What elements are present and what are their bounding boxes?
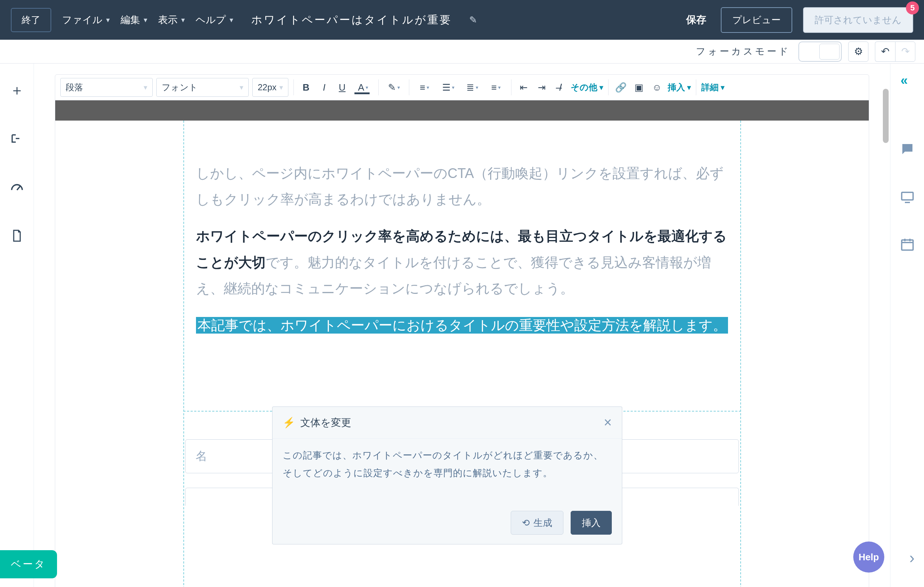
link-button[interactable]: 🔗 bbox=[614, 79, 628, 96]
ai-generate-button[interactable]: ⟲生成 bbox=[511, 511, 563, 535]
image-icon: ▣ bbox=[635, 82, 644, 93]
ai-insert-button[interactable]: 挿入 bbox=[571, 511, 612, 535]
insert-menu[interactable]: 挿入▾ bbox=[668, 82, 691, 93]
chevron-down-icon: ▾ bbox=[476, 84, 478, 90]
chevron-down-icon: ▾ bbox=[398, 84, 400, 90]
menu-help[interactable]: ヘルプ▾ bbox=[196, 13, 233, 26]
chevron-down-icon: ▾ bbox=[687, 83, 691, 92]
text-color-button[interactable]: A▾ bbox=[353, 79, 373, 96]
save-button[interactable]: 保存 bbox=[686, 13, 706, 27]
paragraph-1: しかし、ページ内にホワイトペーパーのCTA（行動喚起）リンクを設置すれば、必ずし… bbox=[196, 160, 728, 212]
align-icon: ≡ bbox=[420, 82, 425, 93]
undo-button[interactable]: ↶ bbox=[875, 41, 895, 62]
chevron-down-icon: ▾ bbox=[229, 15, 233, 24]
chevron-down-icon: ▾ bbox=[452, 84, 454, 90]
paragraph-2: ホワイトペーパーのクリック率を高めるためには、最も目立つタイトルを最適化すること… bbox=[196, 223, 728, 301]
highlight-color-button[interactable]: ✎▾ bbox=[384, 79, 404, 96]
beta-tab[interactable]: ベータ bbox=[0, 550, 57, 578]
font-family-value: フォント bbox=[162, 82, 198, 93]
redo-icon: ↷ bbox=[901, 45, 909, 58]
comment-icon[interactable] bbox=[900, 142, 915, 157]
close-icon[interactable]: × bbox=[604, 415, 612, 430]
chevron-down-icon: ▾ bbox=[427, 84, 429, 90]
selected-text: 本記事では、ホワイトペーパーにおけるタイトルの重要性や設定方法を解説します。 bbox=[196, 317, 728, 334]
gear-icon: ⚙ bbox=[854, 45, 863, 58]
emoji-button[interactable]: ☺ bbox=[650, 79, 664, 96]
notification-badge: 5 bbox=[906, 2, 919, 15]
undo-icon: ↶ bbox=[881, 45, 889, 58]
rte-toolbar: 段落▾ フォント▾ 22px▾ B I U A▾ ✎▾ ≡▾ ☰▾ ≣▾ ≡▾ … bbox=[55, 74, 869, 100]
chevron-down-icon: ▾ bbox=[279, 83, 283, 92]
line-height-icon: ≣ bbox=[466, 82, 474, 93]
right-rail: « bbox=[890, 64, 924, 587]
bullet-list-button[interactable]: ☰▾ bbox=[438, 79, 459, 96]
menu-file-label: ファイル bbox=[62, 13, 102, 26]
pencil-icon[interactable]: ✎ bbox=[469, 15, 477, 26]
link-icon: 🔗 bbox=[615, 82, 627, 93]
menu-view-label: 表示 bbox=[158, 13, 178, 26]
insert-label: 挿入 bbox=[668, 82, 685, 93]
preview-button[interactable]: プレビュー bbox=[721, 7, 792, 33]
emoji-icon: ☺ bbox=[652, 82, 662, 93]
screen-icon[interactable] bbox=[900, 189, 915, 204]
menu-help-label: ヘルプ bbox=[196, 13, 226, 26]
calendar-icon[interactable] bbox=[900, 237, 915, 252]
help-bubble[interactable]: Help bbox=[853, 542, 884, 572]
details-menu[interactable]: 詳細▾ bbox=[701, 82, 724, 93]
menu-file[interactable]: ファイル▾ bbox=[62, 13, 110, 26]
align-button[interactable]: ≡▾ bbox=[414, 79, 435, 96]
font-size-select[interactable]: 22px▾ bbox=[252, 78, 289, 97]
scrollbar-thumb[interactable] bbox=[883, 89, 889, 143]
numbered-list-button[interactable]: ≡▾ bbox=[486, 79, 506, 96]
indent-button[interactable]: ⇥ bbox=[535, 79, 549, 96]
underline-button[interactable]: U bbox=[335, 79, 350, 96]
add-icon[interactable]: ＋ bbox=[10, 80, 24, 100]
menu-view[interactable]: 表示▾ bbox=[158, 13, 185, 26]
bolt-icon: ⚡ bbox=[283, 417, 295, 428]
redo-button[interactable]: ↷ bbox=[895, 41, 915, 62]
chevron-down-icon: ▾ bbox=[144, 15, 147, 24]
article-body[interactable]: しかし、ページ内にホワイトペーパーのCTA（行動喚起）リンクを設置すれば、必ずし… bbox=[55, 121, 869, 353]
highlight-icon: ✎ bbox=[388, 82, 396, 93]
toggle-knob bbox=[819, 44, 840, 60]
ai-generate-label: 生成 bbox=[533, 517, 552, 529]
image-button[interactable]: ▣ bbox=[632, 79, 646, 96]
ai-insert-label: 挿入 bbox=[582, 517, 601, 529]
ai-popup-footer: ⟲生成 挿入 bbox=[272, 511, 622, 544]
top-nav: 終了 ファイル▾ 編集▾ 表示▾ ヘルプ▾ ホワイトペーパーはタイトルが重要 ✎… bbox=[0, 0, 924, 40]
permission-label: 許可されていません bbox=[815, 15, 902, 25]
file-icon[interactable] bbox=[10, 228, 23, 244]
contents-tree-icon[interactable] bbox=[10, 132, 24, 147]
clear-format-icon: I̶ bbox=[558, 82, 561, 93]
optimize-gauge-icon[interactable] bbox=[9, 179, 25, 195]
svg-rect-0 bbox=[902, 192, 913, 200]
focus-mode-toggle[interactable] bbox=[799, 41, 842, 62]
ai-rewrite-popup: ⚡ 文体を変更 × この記事では、ホワイトペーパーのタイトルがどれほど重要である… bbox=[272, 407, 622, 544]
numbered-list-icon: ≡ bbox=[491, 82, 497, 93]
menu-edit[interactable]: 編集▾ bbox=[120, 13, 147, 26]
side-expand-arrow[interactable]: › bbox=[909, 549, 915, 567]
exit-button[interactable]: 終了 bbox=[11, 8, 51, 32]
paragraph-style-select[interactable]: 段落▾ bbox=[60, 78, 153, 97]
bold-button[interactable]: B bbox=[299, 79, 313, 96]
italic-button[interactable]: I bbox=[317, 79, 331, 96]
permission-button: 許可されていません 5 bbox=[803, 7, 913, 33]
other-menu[interactable]: その他▾ bbox=[571, 82, 603, 93]
ai-popup-body: この記事では、ホワイトペーパーのタイトルがどれほど重要であるか、そしてどのように… bbox=[272, 439, 622, 511]
italic-icon: I bbox=[323, 82, 325, 93]
line-height-button[interactable]: ≣▾ bbox=[462, 79, 482, 96]
font-size-value: 22px bbox=[258, 82, 277, 93]
paragraph-2-rest: です。魅力的なタイトルを付けることで、獲得できる見込み客情報が増え、継続的なコミ… bbox=[196, 255, 711, 296]
underline-icon: U bbox=[339, 82, 346, 93]
focus-mode-label: フォーカスモード bbox=[696, 45, 790, 58]
clear-format-button[interactable]: I̶ bbox=[553, 79, 567, 96]
outdent-button[interactable]: ⇤ bbox=[516, 79, 531, 96]
paragraph-3: 本記事では、ホワイトペーパーにおけるタイトルの重要性や設定方法を解説します。 bbox=[196, 312, 728, 338]
chevron-down-icon: ▾ bbox=[366, 84, 368, 90]
chevron-down-icon: ▾ bbox=[181, 15, 185, 24]
settings-button[interactable]: ⚙ bbox=[848, 41, 868, 62]
font-family-select[interactable]: フォント▾ bbox=[156, 78, 249, 97]
collapse-icon[interactable]: « bbox=[901, 73, 908, 88]
chevron-down-icon: ▾ bbox=[721, 83, 724, 92]
outdent-icon: ⇤ bbox=[520, 82, 528, 93]
